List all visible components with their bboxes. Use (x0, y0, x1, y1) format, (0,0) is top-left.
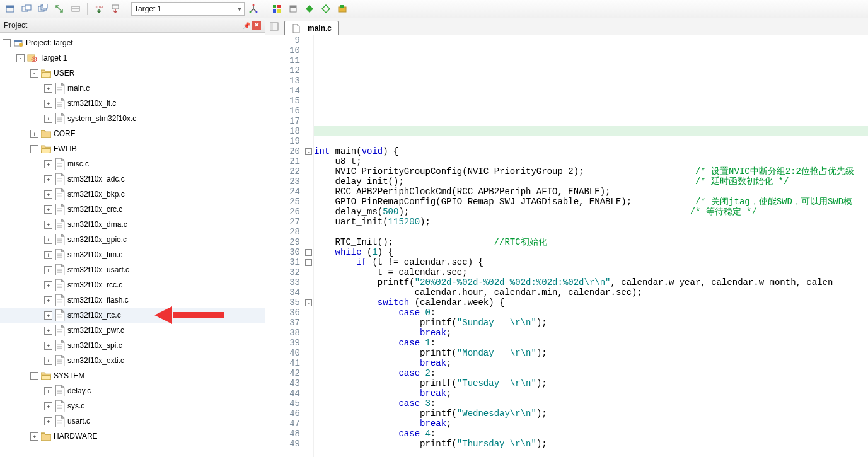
code-line[interactable]: while (1) { (314, 247, 868, 257)
toolbar-btn-9[interactable] (286, 1, 301, 16)
expand-toggle[interactable]: + (44, 190, 52, 199)
expand-toggle[interactable]: - (30, 372, 38, 380)
tree-item[interactable]: +stm32f10x_rcc.c (0, 277, 265, 292)
code-line[interactable]: delay_ms(500); /* 等待稳定 */ (314, 207, 868, 217)
toolbar-btn-5[interactable] (68, 1, 83, 16)
code-line[interactable] (314, 116, 868, 126)
code-line[interactable]: printf("Thursday \r\n"); (314, 439, 868, 449)
toolbar-btn-3[interactable] (35, 1, 50, 16)
expand-toggle[interactable]: + (44, 221, 52, 229)
download-button[interactable] (108, 1, 123, 16)
tree-item[interactable]: +system_stm32f10x.c (0, 111, 265, 126)
code-line[interactable]: printf("Tuesday \r\n"); (314, 378, 868, 388)
toolbar-btn-12[interactable] (335, 1, 350, 16)
code-line[interactable] (314, 126, 868, 136)
code-line[interactable]: u8 t; (314, 156, 868, 166)
expand-toggle[interactable]: - (30, 69, 38, 78)
tree-item[interactable]: +delay.c (0, 383, 265, 398)
code-line[interactable] (314, 227, 868, 237)
code-line[interactable]: printf("Monday \r\n"); (314, 348, 868, 358)
fold-column[interactable]: ---- (304, 35, 314, 457)
toolbar-btn-11[interactable] (318, 1, 333, 16)
expand-toggle[interactable]: + (44, 311, 52, 320)
code-line[interactable] (314, 136, 868, 146)
toolbar-btn-1[interactable] (3, 1, 18, 16)
expand-toggle[interactable]: + (44, 266, 52, 274)
tree-item[interactable]: +stm32f10x_flash.c (0, 292, 265, 308)
code-line[interactable]: break; (314, 328, 868, 338)
tree-item[interactable]: +stm32f10x_dma.c (0, 217, 265, 232)
tabbar-nav-icon[interactable] (268, 21, 281, 32)
tree-item[interactable]: +stm32f10x_pwr.c (0, 323, 265, 338)
tree-item[interactable]: -FWLIB (0, 141, 265, 156)
code-line[interactable] (314, 35, 868, 45)
tree-item[interactable]: -SYSTEM (0, 368, 265, 383)
toolbar-btn-2[interactable] (19, 1, 34, 16)
load-button[interactable]: LOAD (91, 1, 107, 16)
toolbar-btn-4[interactable] (52, 1, 67, 16)
code-line[interactable]: delay_init(); /* 延时函数初始化 */ (314, 176, 868, 187)
code-line[interactable]: NVIC_PriorityGroupConfig(NVIC_PriorityGr… (314, 166, 868, 176)
tree-item[interactable]: +usart.c (0, 414, 265, 429)
code-line[interactable] (314, 86, 868, 96)
expand-toggle[interactable]: + (30, 130, 38, 138)
close-panel-button[interactable]: ✕ (252, 21, 261, 30)
code-line[interactable]: break; (314, 419, 868, 429)
code-line[interactable]: uart_init(115200); (314, 217, 868, 227)
tree-item[interactable]: +HARDWARE (0, 429, 265, 444)
code-line[interactable] (314, 45, 868, 55)
code-line[interactable]: if (t != calendar.sec) { (314, 257, 868, 267)
code-line[interactable]: RTC_Init(); //RTC初始化 (314, 237, 868, 247)
code-content[interactable]: int main(void) { u8 t; NVIC_PriorityGrou… (314, 35, 868, 457)
code-editor[interactable]: 9101112131415161718192021222324252627282… (265, 35, 868, 457)
expand-toggle[interactable]: + (44, 387, 52, 395)
tree-item[interactable]: +main.c (0, 81, 265, 96)
file-tab-main[interactable]: main.c (284, 21, 339, 35)
expand-toggle[interactable]: + (44, 84, 52, 93)
expand-toggle[interactable]: + (44, 175, 52, 183)
code-line[interactable] (314, 106, 868, 116)
code-line[interactable]: RCC_APB2PeriphClockCmd(RCC_APB2Periph_AF… (314, 187, 868, 197)
expand-toggle[interactable]: + (44, 281, 52, 289)
tree-item[interactable]: +stm32f10x_spi.c (0, 338, 265, 353)
tree-item[interactable]: -Project: target (0, 35, 265, 50)
options-button[interactable] (246, 1, 261, 16)
tree-item[interactable]: +CORE (0, 126, 265, 141)
toolbar-btn-10[interactable] (302, 1, 317, 16)
tree-item[interactable]: +stm32f10x_bkp.c (0, 187, 265, 202)
expand-toggle[interactable]: - (16, 54, 25, 62)
code-line[interactable]: case 0: (314, 308, 868, 318)
expand-toggle[interactable]: - (3, 39, 11, 47)
expand-toggle[interactable]: + (44, 160, 52, 168)
code-line[interactable] (314, 55, 868, 66)
expand-toggle[interactable]: + (44, 417, 52, 425)
code-line[interactable] (314, 76, 868, 86)
tree-item[interactable]: +stm32f10x_it.c (0, 96, 265, 111)
expand-toggle[interactable]: + (44, 296, 52, 304)
fold-toggle[interactable]: - (305, 299, 312, 306)
code-line[interactable]: int main(void) { (314, 146, 868, 156)
tree-item[interactable]: -Target 1 (0, 50, 265, 66)
expand-toggle[interactable]: + (44, 402, 52, 410)
code-line[interactable]: t = calendar.sec; (314, 267, 868, 277)
tree-item[interactable]: +sys.c (0, 398, 265, 414)
fold-toggle[interactable]: - (305, 259, 312, 266)
code-line[interactable]: calendar.hour, calendar.min, calendar.se… (314, 287, 868, 298)
expand-toggle[interactable]: + (44, 115, 52, 123)
code-line[interactable] (314, 66, 868, 76)
code-line[interactable]: break; (314, 358, 868, 368)
code-line[interactable]: case 2: (314, 368, 868, 378)
expand-toggle[interactable]: + (44, 342, 52, 350)
expand-toggle[interactable]: + (44, 236, 52, 244)
code-line[interactable]: break; (314, 388, 868, 398)
code-line[interactable]: printf("Wednesday\r\n"); (314, 408, 868, 419)
expand-toggle[interactable]: + (44, 100, 52, 108)
code-line[interactable]: switch (calendar.week) { (314, 298, 868, 308)
expand-toggle[interactable]: + (30, 432, 38, 441)
expand-toggle[interactable]: + (44, 205, 52, 214)
tree-item[interactable]: +stm32f10x_exti.c (0, 353, 265, 368)
tree-item[interactable]: +stm32f10x_usart.c (0, 262, 265, 277)
code-line[interactable]: printf("20%02d-%02d-%02d %02d:%02d:%02d\… (314, 277, 868, 287)
tree-item[interactable]: +stm32f10x_crc.c (0, 202, 265, 217)
code-line[interactable]: printf("Sunday \r\n"); (314, 318, 868, 328)
